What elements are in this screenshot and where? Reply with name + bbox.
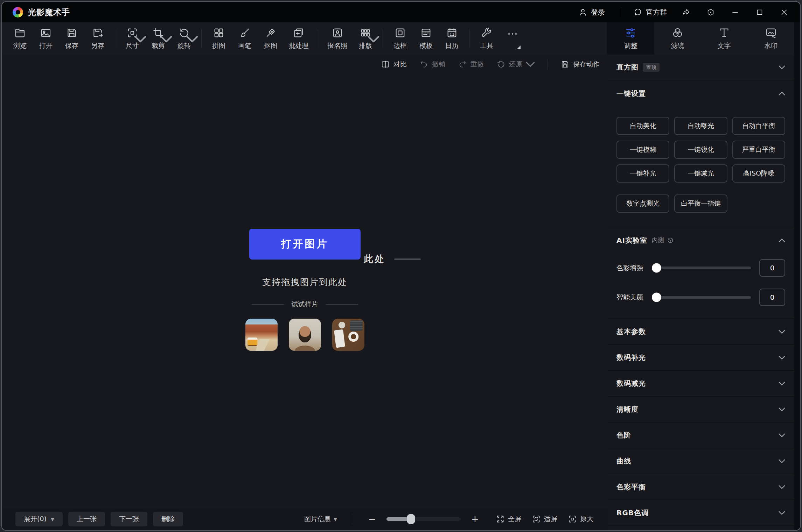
- section-ai-lab[interactable]: AI实验室 内测: [607, 227, 794, 253]
- chevron-down-icon[interactable]: [779, 485, 785, 489]
- chevron-down-icon[interactable]: [368, 33, 379, 45]
- chevron-down-icon[interactable]: [779, 65, 785, 69]
- delete-image-button[interactable]: 删除: [153, 512, 183, 526]
- one-key-fill-light-button[interactable]: 一键补光: [616, 164, 669, 183]
- watermark-icon: [765, 27, 777, 39]
- chevron-down-icon[interactable]: [526, 60, 535, 69]
- chevron-down-icon[interactable]: [134, 33, 146, 45]
- section-histogram[interactable]: 直方图 置顶: [607, 55, 794, 80]
- toolbar-rotate[interactable]: 旋转: [171, 27, 197, 50]
- section-one-key-settings[interactable]: 一键设置: [607, 80, 794, 106]
- section-basic-params[interactable]: 基本参数: [607, 319, 794, 345]
- one-key-sharpen-button[interactable]: 一键锐化: [674, 141, 727, 159]
- one-key-blur-button[interactable]: 一键模糊: [616, 141, 669, 159]
- tab-text[interactable]: 文字: [701, 22, 748, 55]
- title-bar: 光影魔术手 登录 官方群: [2, 2, 800, 22]
- one-key-dim-light-button[interactable]: 一键减光: [674, 164, 727, 183]
- chevron-down-icon[interactable]: [779, 330, 785, 334]
- chevron-down-icon[interactable]: [160, 33, 172, 45]
- auto-exposure-button[interactable]: 自动曝光: [674, 117, 727, 135]
- toolbar-browse[interactable]: 浏览: [7, 27, 33, 50]
- toolbar-layout[interactable]: 排版: [353, 27, 378, 50]
- toolbar-id-photo[interactable]: 报名照: [322, 27, 353, 50]
- chevron-down-icon[interactable]: [779, 459, 785, 463]
- minimize-button[interactable]: [730, 7, 740, 17]
- save-action-button[interactable]: 保存动作: [560, 60, 600, 69]
- official-group-button[interactable]: 官方群: [633, 8, 667, 17]
- share-button[interactable]: [681, 7, 691, 17]
- compare-button[interactable]: 对比: [381, 60, 407, 69]
- toolbar-open[interactable]: 打开: [33, 27, 59, 50]
- sample-image-desk[interactable]: [332, 319, 364, 351]
- tab-adjust[interactable]: 调整: [607, 22, 654, 55]
- next-image-button[interactable]: 下一张: [111, 512, 147, 526]
- slider-handle[interactable]: [652, 263, 661, 273]
- open-image-button[interactable]: 打开图片 此处: [249, 229, 361, 260]
- section-curves[interactable]: 曲线: [607, 448, 794, 474]
- white-balance-one-touch-button[interactable]: 白平衡一指键: [674, 194, 727, 213]
- high-iso-denoise-button[interactable]: 高ISO降噪: [732, 164, 785, 183]
- toolbar-crop[interactable]: 裁剪: [145, 27, 171, 50]
- chevron-down-icon[interactable]: [779, 511, 785, 515]
- login-button[interactable]: 登录: [578, 8, 605, 17]
- slider-handle[interactable]: [652, 293, 661, 302]
- section-digital-dim-light[interactable]: 数码减光: [607, 371, 794, 397]
- auto-beautify-button[interactable]: 自动美化: [616, 117, 669, 135]
- section-clarity[interactable]: 清晰度: [607, 397, 794, 423]
- toolbar-brush[interactable]: 画笔: [232, 27, 258, 50]
- undo-button[interactable]: 撤销: [419, 60, 445, 69]
- toolbar-batch[interactable]: 批处理: [284, 27, 314, 50]
- section-color-balance[interactable]: 色彩平衡: [607, 474, 794, 500]
- digital-spot-metering-button[interactable]: 数字点测光: [616, 194, 669, 213]
- subbar-divider: [548, 59, 548, 70]
- toolbar-more[interactable]: [500, 28, 525, 49]
- smart-beauty-value[interactable]: 0: [759, 289, 785, 306]
- sample-image-canyon[interactable]: [245, 319, 278, 351]
- toolbar-save[interactable]: 保存: [59, 27, 85, 50]
- fit-screen-button[interactable]: 适屏: [532, 515, 557, 524]
- tab-filter[interactable]: 滤镜: [654, 22, 701, 55]
- settings-button[interactable]: [705, 7, 716, 17]
- toolbar-tools[interactable]: 工具: [474, 27, 500, 50]
- toolbar-template[interactable]: 模板: [413, 27, 439, 50]
- help-icon[interactable]: [667, 237, 674, 244]
- zoom-slider-handle[interactable]: [407, 514, 415, 524]
- section-title: 数码补光: [616, 353, 646, 362]
- toolbar-save-as[interactable]: 另存: [85, 27, 111, 50]
- expand-filmstrip-button[interactable]: 展开(0) ▼: [15, 512, 63, 526]
- actual-size-button[interactable]: 原大: [568, 515, 593, 524]
- smart-beauty-slider[interactable]: [653, 296, 751, 299]
- sample-image-portrait[interactable]: [289, 319, 321, 351]
- toolbar-calendar[interactable]: 日历: [439, 27, 465, 50]
- chevron-down-icon[interactable]: [779, 356, 785, 360]
- toolbar-border[interactable]: 边框: [387, 27, 413, 50]
- chevron-down-icon[interactable]: [779, 433, 785, 437]
- severe-white-balance-button[interactable]: 严重白平衡: [732, 141, 785, 159]
- color-enhance-slider[interactable]: [653, 267, 751, 269]
- auto-white-balance-button[interactable]: 自动白平衡: [732, 117, 785, 135]
- chevron-down-icon[interactable]: [779, 382, 785, 385]
- section-levels[interactable]: 色阶: [607, 423, 794, 448]
- toolbar-collage[interactable]: 拼图: [206, 27, 232, 50]
- redo-button[interactable]: 重做: [458, 60, 484, 69]
- toolbar-matting[interactable]: 抠图: [258, 27, 284, 50]
- previous-image-button[interactable]: 上一张: [68, 512, 105, 526]
- section-digital-fill-light[interactable]: 数码补光: [607, 345, 794, 371]
- fullscreen-button[interactable]: 全屏: [496, 515, 521, 524]
- zoom-out-button[interactable]: −: [367, 514, 377, 524]
- toolbar-size[interactable]: 尺寸: [119, 27, 145, 50]
- zoom-slider[interactable]: [386, 517, 461, 521]
- toolbar-label: 拼图: [212, 41, 225, 50]
- image-info-button[interactable]: 图片信息 ▼: [304, 515, 337, 524]
- chevron-down-icon[interactable]: [779, 407, 785, 411]
- chevron-down-icon[interactable]: [186, 33, 198, 45]
- close-button[interactable]: [779, 7, 789, 17]
- chevron-up-icon[interactable]: [779, 239, 785, 242]
- zoom-in-button[interactable]: +: [470, 514, 480, 524]
- section-rgb-tone[interactable]: RGB色调: [607, 500, 794, 526]
- maximize-button[interactable]: [754, 7, 765, 17]
- chevron-up-icon[interactable]: [779, 92, 785, 95]
- tab-watermark[interactable]: 水印: [748, 22, 795, 55]
- reset-button[interactable]: 还原: [496, 60, 535, 69]
- color-enhance-value[interactable]: 0: [759, 259, 785, 277]
